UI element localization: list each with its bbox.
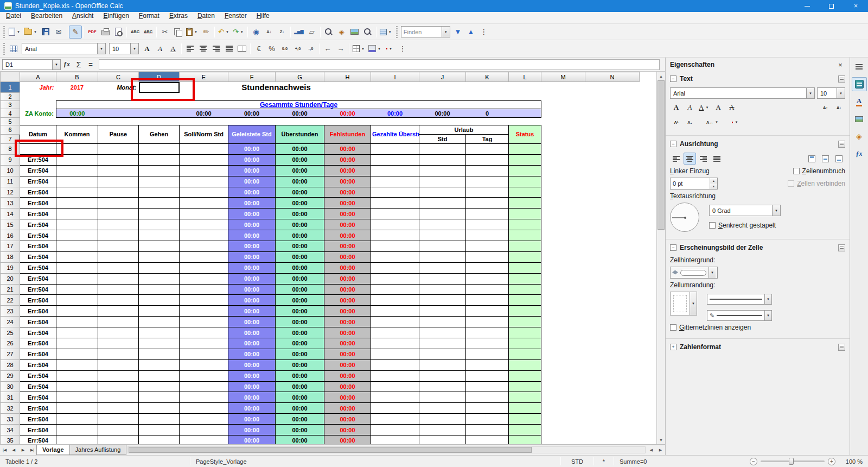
cell-F18[interactable]: 00:00 bbox=[228, 251, 276, 262]
cell-N7[interactable] bbox=[585, 135, 640, 144]
cell-D15[interactable] bbox=[139, 219, 180, 230]
cell-C24[interactable] bbox=[98, 317, 139, 327]
previous-sheet-button[interactable]: ◀ bbox=[9, 445, 18, 455]
cell-E6[interactable]: Soll/Norm Std bbox=[180, 125, 228, 144]
cell-F21[interactable]: 00:00 bbox=[228, 284, 276, 295]
sidebar-menu-button[interactable] bbox=[852, 60, 867, 74]
cell-D25[interactable] bbox=[139, 327, 180, 338]
cell-M19[interactable] bbox=[541, 262, 585, 273]
dropdown-icon[interactable]: ▼ bbox=[709, 267, 716, 278]
cell-K22[interactable] bbox=[466, 295, 509, 306]
currency-format-button[interactable]: € bbox=[252, 42, 265, 55]
cell-K32[interactable] bbox=[466, 403, 509, 414]
cell-L10[interactable] bbox=[509, 165, 541, 176]
cell-H1[interactable] bbox=[324, 82, 371, 93]
cell-A6[interactable]: Datum bbox=[20, 125, 56, 144]
cell-B21[interactable] bbox=[56, 284, 98, 295]
cell-I8[interactable] bbox=[371, 144, 419, 155]
cell-A26[interactable]: Err:504 bbox=[20, 338, 56, 349]
cell-A10[interactable]: Err:504 bbox=[20, 165, 56, 176]
gallery-button[interactable] bbox=[348, 26, 361, 39]
cell-K34[interactable] bbox=[466, 425, 509, 436]
sidebar-close-button[interactable]: × bbox=[835, 60, 845, 70]
delete-decimal-button[interactable]: -,0 bbox=[304, 42, 317, 55]
cell-E17[interactable] bbox=[180, 241, 228, 252]
cell-N20[interactable] bbox=[585, 273, 640, 284]
show-gridlines-checkbox[interactable]: Gitternetzlinien anzeigen bbox=[670, 324, 751, 331]
cell-N33[interactable] bbox=[585, 414, 640, 425]
cell-K23[interactable] bbox=[466, 306, 509, 317]
find-previous-button[interactable]: ▲ bbox=[464, 26, 477, 39]
cell-J23[interactable] bbox=[419, 306, 466, 317]
cell-A3[interactable] bbox=[20, 101, 56, 109]
cell-K19[interactable] bbox=[466, 262, 509, 273]
sidebar-align-bottom-button[interactable] bbox=[833, 153, 845, 165]
row-header-6[interactable]: 6 bbox=[1, 125, 20, 135]
row-header-9[interactable]: 9 bbox=[1, 154, 20, 165]
cell-H23[interactable]: 00:00 bbox=[324, 306, 371, 317]
cell-C2[interactable] bbox=[98, 93, 139, 101]
cell-E29[interactable] bbox=[180, 370, 228, 381]
sidebar-align-center-button[interactable] bbox=[684, 153, 696, 165]
background-color-button[interactable]: ▾ bbox=[367, 42, 383, 55]
cell-I9[interactable] bbox=[371, 154, 419, 165]
left-indent-input[interactable]: 0 pt ▲ ▼ bbox=[670, 178, 718, 190]
cell-C33[interactable] bbox=[98, 414, 139, 425]
cell-F1[interactable]: Stundennachweis bbox=[228, 82, 324, 93]
cell-L2[interactable] bbox=[509, 93, 541, 101]
cell-H33[interactable]: 00:00 bbox=[324, 414, 371, 425]
sidebar-align-right-button[interactable] bbox=[697, 153, 710, 165]
row-header-30[interactable]: 30 bbox=[1, 381, 20, 392]
cell-H9[interactable]: 00:00 bbox=[324, 154, 371, 165]
cell-B9[interactable] bbox=[56, 154, 98, 165]
cut-button[interactable]: ✂ bbox=[158, 26, 171, 39]
cell-K24[interactable] bbox=[466, 317, 509, 327]
cell-A18[interactable]: Err:504 bbox=[20, 251, 56, 262]
cell-E2[interactable] bbox=[180, 93, 228, 101]
cell-L19[interactable] bbox=[509, 262, 541, 273]
cell-N6[interactable] bbox=[585, 125, 640, 135]
column-header-E[interactable]: E bbox=[180, 72, 228, 82]
menu-item-format[interactable]: Format bbox=[134, 12, 164, 23]
cell-H6[interactable]: Fehlstunden bbox=[324, 125, 371, 144]
cell-A13[interactable]: Err:504 bbox=[20, 198, 56, 209]
cell-G22[interactable]: 00:00 bbox=[276, 295, 324, 306]
dropdown-arrow-icon[interactable]: ▾ bbox=[33, 30, 37, 34]
zoom-in-button[interactable]: + bbox=[828, 458, 835, 465]
cell-H2[interactable] bbox=[324, 93, 371, 101]
cell-N2[interactable] bbox=[585, 93, 640, 101]
dropdown-arrow-icon[interactable]: ▾ bbox=[734, 120, 738, 124]
cell-C14[interactable] bbox=[98, 209, 139, 219]
cell-L12[interactable] bbox=[509, 187, 541, 198]
function-wizard-button[interactable]: ƒx bbox=[61, 59, 73, 70]
cell-H30[interactable]: 00:00 bbox=[324, 381, 371, 392]
cell-G13[interactable]: 00:00 bbox=[276, 198, 324, 209]
save-button[interactable] bbox=[39, 26, 52, 39]
menu-item-fenster[interactable]: Fenster bbox=[220, 12, 252, 23]
cell-H15[interactable]: 00:00 bbox=[324, 219, 371, 230]
cell-L14[interactable] bbox=[509, 209, 541, 219]
cell-C18[interactable] bbox=[98, 251, 139, 262]
row-header-7[interactable]: 7 bbox=[1, 135, 20, 144]
cell-F5[interactable] bbox=[228, 118, 276, 125]
cell-M24[interactable] bbox=[541, 317, 585, 327]
cell-A24[interactable]: Err:504 bbox=[20, 317, 56, 327]
cell-C22[interactable] bbox=[98, 295, 139, 306]
format-paintbrush-button[interactable]: ✏ bbox=[200, 26, 213, 39]
redo-button[interactable]: ↷▾ bbox=[231, 26, 246, 39]
row-header-1[interactable]: 1 bbox=[1, 82, 20, 93]
number-format-more-options-button[interactable] bbox=[838, 344, 845, 351]
sidebar-tab-functions[interactable]: ƒx bbox=[852, 147, 867, 161]
dropdown-arrow-icon[interactable]: ▾ bbox=[361, 47, 365, 51]
cell-H5[interactable] bbox=[324, 118, 371, 125]
cell-L32[interactable] bbox=[509, 403, 541, 414]
cell-A14[interactable]: Err:504 bbox=[20, 209, 56, 219]
cell-G20[interactable]: 00:00 bbox=[276, 273, 324, 284]
cell-B10[interactable] bbox=[56, 165, 98, 176]
cell-A12[interactable]: Err:504 bbox=[20, 187, 56, 198]
row-header-29[interactable]: 29 bbox=[1, 370, 20, 381]
cell-F16[interactable]: 00:00 bbox=[228, 230, 276, 241]
cell-A25[interactable]: Err:504 bbox=[20, 327, 56, 338]
cell-I6[interactable]: Gezahlte Überstunden bbox=[371, 125, 419, 144]
sidebar-italic-button[interactable]: A bbox=[684, 102, 696, 113]
